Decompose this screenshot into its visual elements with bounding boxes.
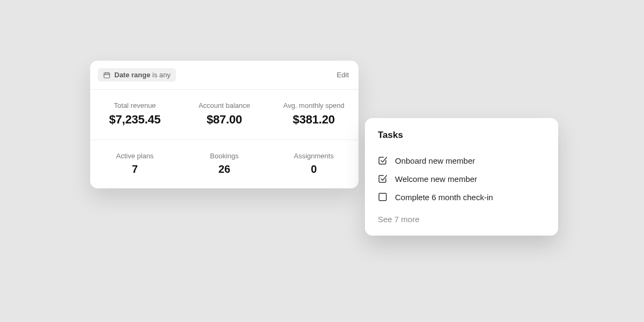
task-item[interactable]: Welcome new member (378, 170, 545, 188)
metric-value: 7 (96, 163, 174, 175)
calendar-icon (103, 71, 111, 79)
task-label: Welcome new member (395, 174, 477, 184)
metric-value: $87.00 (185, 113, 264, 127)
metrics-row-primary: Total revenue $7,235.45 Account balance … (90, 90, 358, 140)
metric-value: 26 (185, 163, 264, 175)
metric-bookings: Bookings 26 (180, 140, 269, 188)
svg-rect-4 (379, 193, 386, 201)
checkbox-checked-icon[interactable] (378, 156, 387, 165)
checkbox-checked-icon[interactable] (378, 174, 387, 184)
metric-account-balance: Account balance $87.00 (180, 90, 269, 140)
see-more-link[interactable]: See 7 more (378, 215, 545, 224)
edit-button[interactable]: Edit (337, 71, 349, 79)
metric-label: Bookings (185, 152, 264, 160)
date-range-filter[interactable]: Date range is any (98, 68, 176, 82)
metric-value: 0 (274, 163, 353, 175)
metric-label: Active plans (96, 152, 174, 160)
metric-assignments: Assignments 0 (269, 140, 358, 188)
tasks-title: Tasks (378, 130, 545, 141)
task-label: Onboard new member (395, 156, 475, 165)
metric-label: Assignments (274, 152, 353, 160)
metric-avg-monthly-spend: Avg. monthly spend $381.20 (269, 90, 358, 140)
metrics-row-secondary: Active plans 7 Bookings 26 Assignments 0 (90, 140, 358, 188)
task-item[interactable]: Onboard new member (378, 151, 545, 170)
filter-label-prefix: Date range (114, 71, 150, 79)
filter-text: Date range is any (114, 71, 171, 79)
metric-label: Total revenue (96, 101, 174, 109)
svg-rect-0 (104, 72, 110, 77)
tasks-card: Tasks Onboard new member Welcome new mem… (365, 118, 558, 236)
metric-total-revenue: Total revenue $7,235.45 (90, 90, 180, 140)
metric-label: Account balance (185, 101, 264, 109)
filter-label-suffix: is any (152, 71, 171, 79)
checkbox-unchecked-icon[interactable] (378, 192, 387, 202)
task-label: Complete 6 month check-in (395, 193, 493, 202)
metrics-card-header: Date range is any Edit (90, 61, 358, 90)
metric-value: $381.20 (274, 113, 353, 127)
metrics-card: Date range is any Edit Total revenue $7,… (90, 61, 358, 188)
metric-value: $7,235.45 (96, 113, 174, 127)
task-item[interactable]: Complete 6 month check-in (378, 188, 545, 206)
metric-active-plans: Active plans 7 (90, 140, 180, 188)
metric-label: Avg. monthly spend (274, 101, 353, 109)
